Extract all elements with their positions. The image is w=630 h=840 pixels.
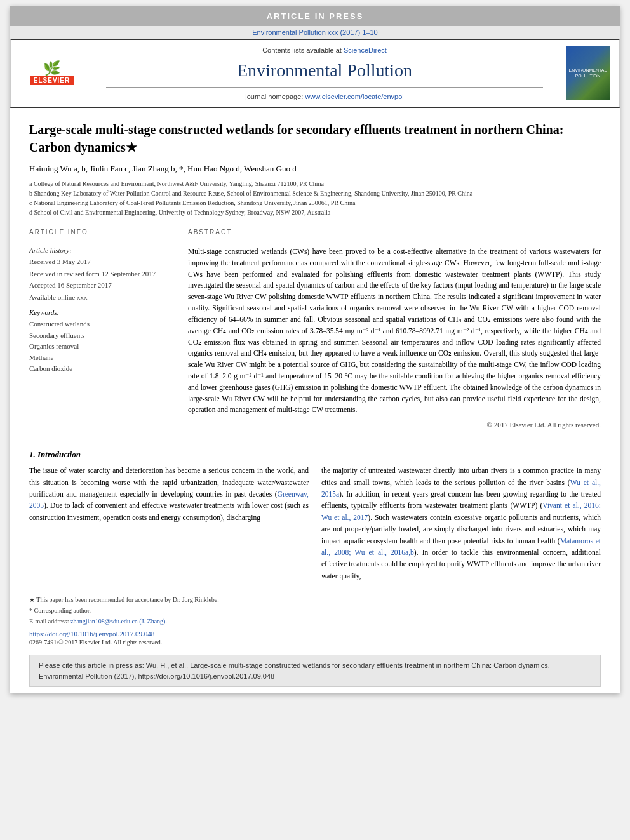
- article-title: Large-scale multi-stage constructed wetl…: [29, 121, 601, 156]
- citation-text: Please cite this article in press as: Wu…: [39, 662, 550, 680]
- intro-left: The issue of water scarcity and deterior…: [29, 465, 309, 587]
- accepted-date: Accepted 16 September 2017: [29, 280, 175, 291]
- elsevier-tree-icon: 🌿: [43, 62, 60, 76]
- keyword-5: Carbon dioxide: [29, 363, 175, 375]
- copyright: © 2017 Elsevier Ltd. All rights reserved…: [188, 421, 601, 429]
- intro-left-para1: The issue of water scarcity and deterior…: [29, 465, 309, 523]
- available-online: Available online xxx: [29, 292, 175, 303]
- issn-text: 0269-7491/© 2017 Elsevier Ltd. All right…: [29, 639, 601, 646]
- affiliation-d: d School of Civil and Environmental Engi…: [29, 208, 601, 217]
- main-content: Large-scale multi-stage constructed wetl…: [10, 108, 620, 693]
- email-label: E-mail address:: [29, 618, 69, 625]
- history-label: Article history:: [29, 246, 175, 254]
- affiliations: a College of Natural Resources and Envir…: [29, 179, 601, 217]
- revised-date: Received in revised form 12 September 20…: [29, 269, 175, 279]
- affiliation-b: b Shandong Key Laboratory of Water Pollu…: [29, 189, 601, 198]
- keyword-4: Methane: [29, 352, 175, 364]
- section-1-heading: Introduction: [37, 450, 81, 459]
- greenway-link[interactable]: Greenway, 2005: [29, 490, 309, 509]
- article-in-press-banner: ARTICLE IN PRESS: [10, 6, 620, 26]
- abstract-divider: [188, 241, 601, 241]
- article-info-heading: ARTICLE INFO: [29, 229, 175, 237]
- keywords-label: Keywords:: [29, 309, 175, 316]
- intro-right-para1: the majority of untreated wastewater dir…: [321, 465, 601, 582]
- contents-text: Contents lists available at: [262, 46, 342, 54]
- info-abstract-columns: ARTICLE INFO Article history: Received 3…: [29, 229, 601, 429]
- received-date: Received 3 May 2017: [29, 257, 175, 267]
- contents-available: Contents lists available at ScienceDirec…: [106, 46, 543, 54]
- journal-title: Environmental Pollution: [106, 60, 543, 81]
- journal-header: 🌿 ELSEVIER Contents lists available at S…: [10, 39, 620, 108]
- body-divider: [29, 439, 601, 439]
- doi-link[interactable]: https://doi.org/10.1016/j.envpol.2017.09…: [29, 630, 601, 637]
- star-footnote: ★ This paper has been recommended for ac…: [29, 595, 601, 604]
- authors-text: Haiming Wu a, b, Jinlin Fan c, Jian Zhan…: [29, 164, 297, 173]
- header-divider: [106, 87, 543, 88]
- keyword-1: Constructed wetlands: [29, 319, 175, 330]
- authors: Haiming Wu a, b, Jinlin Fan c, Jian Zhan…: [29, 164, 601, 174]
- keyword-2: Secondary effluents: [29, 330, 175, 342]
- journal-center: Contents lists available at ScienceDirec…: [93, 40, 556, 107]
- introduction-section: 1. Introduction The issue of water scarc…: [29, 450, 601, 587]
- keywords-section: Keywords: Constructed wetlands Secondary…: [29, 309, 175, 375]
- elsevier-logo: ELSEVIER: [30, 76, 74, 85]
- banner-text: ARTICLE IN PRESS: [267, 11, 364, 21]
- journal-cover-image: ENVIRONMENTAL POLLUTION: [566, 46, 610, 100]
- intro-two-col: The issue of water scarcity and deterior…: [29, 465, 601, 587]
- wu2015a-link[interactable]: Wu et al., 2015a: [321, 479, 601, 498]
- homepage-label: journal homepage:: [245, 93, 303, 100]
- keyword-3: Organics removal: [29, 341, 175, 352]
- abstract-heading: ABSTRACT: [188, 229, 601, 237]
- email-footnote: E-mail address: zhangjian108@sdu.edu.cn …: [29, 617, 601, 626]
- email-address[interactable]: zhangjian108@sdu.edu.cn (J. Zhang).: [70, 618, 167, 625]
- cover-text: ENVIRONMENTAL POLLUTION: [568, 68, 608, 79]
- matamoros-link[interactable]: Matamoros et al., 2008; Wu et al., 2016a…: [321, 537, 601, 556]
- abstract-text: Multi-stage constructed wetlands (CWs) h…: [188, 246, 601, 416]
- journal-ref-text: Environmental Pollution xxx (2017) 1–10: [252, 29, 378, 36]
- section-1-title: 1. Introduction: [29, 450, 601, 460]
- affiliation-a: a College of Natural Resources and Envir…: [29, 179, 601, 189]
- vivant-link[interactable]: Vivant et al., 2016; Wu et al., 2017: [321, 502, 601, 521]
- affiliation-c: c National Engineering Laboratory of Coa…: [29, 198, 601, 208]
- journal-left-logo: 🌿 ELSEVIER: [11, 40, 93, 107]
- homepage-line: journal homepage: www.elsevier.com/locat…: [106, 93, 543, 100]
- corresponding-footnote: * Corresponding author.: [29, 606, 601, 615]
- section-1-number: 1.: [29, 450, 36, 459]
- homepage-link[interactable]: www.elsevier.com/locate/envpol: [305, 93, 403, 100]
- sciencedirect-link[interactable]: ScienceDirect: [344, 46, 387, 54]
- footnote-divider: [29, 592, 156, 592]
- journal-right-cover: ENVIRONMENTAL POLLUTION: [556, 40, 619, 107]
- article-info-col: ARTICLE INFO Article history: Received 3…: [29, 229, 175, 429]
- journal-reference-bar: Environmental Pollution xxx (2017) 1–10: [10, 26, 620, 39]
- abstract-col: ABSTRACT Multi-stage constructed wetland…: [188, 229, 601, 429]
- page: ARTICLE IN PRESS Environmental Pollution…: [10, 6, 620, 693]
- citation-bar: Please cite this article in press as: Wu…: [29, 655, 601, 687]
- info-divider: [29, 241, 175, 241]
- intro-right: the majority of untreated wastewater dir…: [321, 465, 601, 587]
